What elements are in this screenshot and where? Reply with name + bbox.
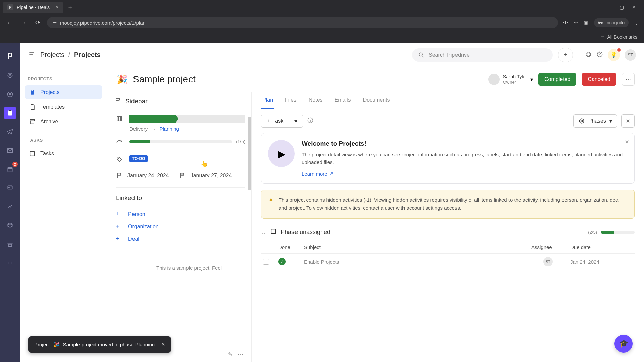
nav-item-templates[interactable]: Templates bbox=[25, 100, 102, 114]
rail-item-mail[interactable] bbox=[4, 144, 16, 157]
nav-item-projects[interactable]: Projects bbox=[25, 85, 102, 99]
task-row[interactable]: ✓ Enable Projects ST Jan 24, 2024 ⋯ bbox=[261, 254, 635, 270]
help-fab[interactable]: 🎓 bbox=[614, 335, 633, 353]
task-subject[interactable]: Enable Projects bbox=[304, 259, 526, 265]
phase-segment[interactable] bbox=[153, 115, 176, 123]
tab-notes[interactable]: Notes bbox=[307, 92, 324, 109]
browser-menu-icon[interactable]: ⋮ bbox=[634, 20, 639, 26]
phase-progress-bar[interactable] bbox=[129, 115, 245, 123]
menu-toggle-icon[interactable] bbox=[28, 51, 35, 59]
bookmark-star-icon[interactable]: ☆ bbox=[574, 20, 578, 26]
done-check-icon[interactable]: ✓ bbox=[278, 258, 286, 265]
toast-close-button[interactable]: × bbox=[161, 341, 165, 348]
browser-tab[interactable]: P Pipeline - Deals × bbox=[3, 2, 63, 13]
col-done: Done bbox=[278, 244, 299, 250]
help-icon[interactable] bbox=[596, 51, 603, 59]
rail-item-deals[interactable] bbox=[4, 88, 16, 101]
rail-item-projects[interactable] bbox=[4, 107, 16, 119]
phases-filter-button[interactable]: Phases ▾ bbox=[573, 114, 617, 128]
more-icon[interactable]: ⋯ bbox=[238, 351, 243, 357]
task-checkbox[interactable] bbox=[263, 259, 269, 265]
search-input[interactable]: Search Pipedrive bbox=[412, 48, 553, 62]
task-due-date[interactable]: Jan 24, 2024 bbox=[570, 259, 617, 265]
learn-more-link[interactable]: Learn more ↗ bbox=[302, 171, 628, 177]
scrollbar[interactable] bbox=[248, 117, 251, 190]
divider bbox=[116, 187, 245, 188]
panel-icon[interactable]: ▣ bbox=[584, 20, 589, 26]
phase-segment[interactable] bbox=[129, 115, 153, 123]
maximize-icon[interactable]: ▢ bbox=[620, 5, 624, 10]
rail-item-marketplace[interactable] bbox=[4, 238, 16, 251]
add-global-button[interactable]: + bbox=[558, 48, 573, 62]
owner-selector[interactable]: Sarah Tyler Owner ▾ bbox=[488, 74, 533, 85]
assignee-avatar[interactable]: ST bbox=[543, 257, 553, 266]
tab-plan[interactable]: Plan bbox=[261, 92, 274, 109]
app-logo[interactable]: p bbox=[5, 49, 15, 60]
rail-item-more[interactable] bbox=[4, 257, 16, 269]
completed-button[interactable]: Completed bbox=[538, 73, 576, 86]
rail-item-contacts[interactable] bbox=[4, 182, 16, 194]
edit-icon[interactable]: ✎ bbox=[228, 351, 232, 357]
breadcrumb-root[interactable]: Projects bbox=[40, 51, 64, 58]
forward-button[interactable]: → bbox=[19, 19, 28, 26]
minimize-icon[interactable]: — bbox=[607, 5, 611, 10]
url-field[interactable]: ☰ moodjoy.pipedrive.com/projects/1/plan bbox=[47, 17, 558, 28]
tab-title: Pipeline - Deals bbox=[17, 5, 50, 10]
phase-mini-progress bbox=[601, 231, 635, 234]
site-settings-icon[interactable]: ☰ bbox=[52, 20, 57, 26]
user-avatar[interactable]: ST bbox=[625, 49, 636, 61]
info-icon[interactable] bbox=[307, 117, 314, 125]
svg-point-26 bbox=[627, 120, 629, 122]
back-button[interactable]: ← bbox=[5, 19, 14, 26]
start-date[interactable]: January 24, 2024 bbox=[127, 173, 169, 179]
rail-item-campaigns[interactable] bbox=[4, 125, 16, 138]
add-task-button[interactable]: +Task bbox=[261, 115, 289, 127]
phase-header[interactable]: ⌄ Phase unassigned (2/5) bbox=[261, 225, 635, 241]
main-panel: Plan Files Notes Emails Documents +Task … bbox=[252, 92, 644, 362]
phase-segment[interactable] bbox=[199, 115, 222, 123]
project-title[interactable]: Sample project bbox=[133, 74, 196, 85]
svg-point-0 bbox=[8, 73, 12, 77]
all-bookmarks-link[interactable]: All Bookmarks bbox=[607, 34, 637, 40]
task-dropdown-button[interactable]: ▾ bbox=[289, 115, 303, 127]
plan-toolbar: +Task ▾ Phases ▾ bbox=[252, 109, 644, 133]
folder-icon: ▭ bbox=[600, 34, 605, 40]
settings-button[interactable] bbox=[621, 114, 635, 128]
nav-item-tasks[interactable]: Tasks bbox=[25, 147, 102, 160]
rail-item-products[interactable] bbox=[4, 219, 16, 232]
phase-from: Delivery bbox=[129, 126, 148, 132]
reload-button[interactable]: ⟳ bbox=[33, 19, 42, 26]
task-more-icon[interactable]: ⋯ bbox=[623, 259, 633, 265]
tab-close-icon[interactable]: × bbox=[56, 4, 59, 10]
visibility-icon[interactable]: 👁 bbox=[563, 20, 568, 26]
more-actions-button[interactable]: ⋯ bbox=[622, 73, 635, 86]
extensions-icon[interactable] bbox=[585, 51, 592, 59]
svg-rect-15 bbox=[32, 89, 33, 90]
add-person-link[interactable]: +Person bbox=[116, 208, 245, 220]
tips-icon[interactable]: 💡 bbox=[608, 49, 620, 61]
collapse-sidebar-icon[interactable] bbox=[115, 97, 121, 105]
canceled-button[interactable]: Canceled bbox=[582, 73, 616, 86]
tab-documents[interactable]: Documents bbox=[362, 92, 391, 109]
new-tab-button[interactable]: + bbox=[65, 4, 75, 11]
phase-segment[interactable] bbox=[222, 115, 245, 123]
tab-emails[interactable]: Emails bbox=[333, 92, 352, 109]
incognito-badge[interactable]: 🕶 Incognito bbox=[594, 18, 629, 27]
search-icon bbox=[418, 52, 425, 58]
add-deal-link[interactable]: +Deal bbox=[116, 233, 245, 245]
close-window-icon[interactable]: ✕ bbox=[632, 5, 636, 10]
close-welcome-button[interactable]: × bbox=[625, 138, 629, 146]
phase-title: Phase unassigned bbox=[281, 229, 330, 236]
rail-item-focus[interactable] bbox=[4, 69, 16, 82]
rail-item-insights[interactable] bbox=[4, 200, 16, 213]
add-organization-link[interactable]: +Organization bbox=[116, 220, 245, 233]
bookmarks-bar: ▭ All Bookmarks bbox=[0, 31, 644, 43]
task-table-header: Done Subject Assignee Due date bbox=[261, 241, 635, 254]
status-label-badge[interactable]: TO-DO bbox=[129, 155, 148, 162]
owner-name: Sarah Tyler bbox=[503, 74, 527, 80]
nav-item-archive[interactable]: Archive bbox=[25, 115, 102, 128]
end-date[interactable]: January 27, 2024 bbox=[191, 173, 232, 179]
tab-files[interactable]: Files bbox=[284, 92, 298, 109]
rail-item-activities[interactable]: 2 bbox=[4, 163, 16, 176]
phase-segment[interactable] bbox=[176, 115, 199, 123]
